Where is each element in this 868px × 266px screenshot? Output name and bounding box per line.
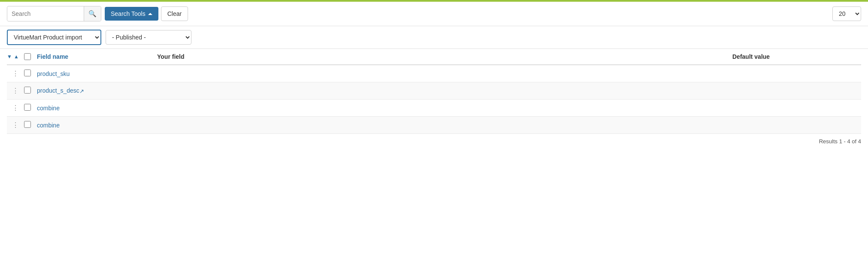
filter-row: VirtueMart Product import - Published - …: [0, 26, 868, 49]
field-name-link-1[interactable]: product_sku: [37, 70, 70, 77]
cursor-icon: ↗: [79, 88, 84, 94]
sort-icons: ▼ ▲: [7, 54, 24, 60]
row-checkbox-cell: [24, 87, 37, 95]
field-name-link-2[interactable]: product_s_desc↗: [37, 87, 84, 94]
row-checkbox-cell: [24, 121, 37, 129]
col-your-field: Your field: [157, 53, 732, 60]
col-default-value: Default value: [732, 53, 861, 60]
search-tools-button[interactable]: Search Tools: [105, 7, 158, 21]
field-name-cell: product_s_desc↗: [37, 87, 157, 94]
table-row: ⋮ combine: [7, 100, 861, 117]
row-checkbox-cell: [24, 104, 37, 112]
header-checkbox-cell: [24, 53, 37, 60]
table-container: ▼ ▲ Field name Your field Default value …: [0, 49, 868, 134]
drag-handle-icon[interactable]: ⋮: [7, 121, 24, 129]
import-filter-select[interactable]: VirtueMart Product import: [7, 30, 101, 45]
field-name-cell: combine: [37, 105, 157, 112]
row-2-checkbox[interactable]: [24, 87, 31, 94]
search-tools-label: Search Tools: [111, 10, 146, 17]
col-field-name: Field name: [37, 53, 157, 60]
drag-handle-icon[interactable]: ⋮: [7, 104, 24, 112]
sort-up-icon[interactable]: ▲: [14, 54, 19, 60]
search-icon: 🔍: [88, 10, 97, 17]
arrow-up-icon: [148, 13, 152, 15]
field-name-link-3[interactable]: combine: [37, 105, 60, 112]
toolbar: 🔍 Search Tools Clear 5 10 15 20 25 30 50…: [0, 2, 868, 26]
results-text: Results 1 - 4 of 4: [819, 138, 861, 145]
row-1-checkbox[interactable]: [24, 70, 31, 76]
search-input[interactable]: [7, 7, 84, 21]
results-bar: Results 1 - 4 of 4: [0, 134, 868, 149]
table-header: ▼ ▲ Field name Your field Default value: [7, 49, 861, 65]
row-checkbox-cell: [24, 70, 37, 78]
field-name-link-4[interactable]: combine: [37, 122, 60, 129]
drag-handle-icon[interactable]: ⋮: [7, 87, 24, 95]
table-row: ⋮ product_s_desc↗: [7, 82, 861, 100]
search-wrapper: 🔍: [7, 6, 101, 21]
sort-down-icon[interactable]: ▼: [7, 54, 12, 60]
field-name-cell: product_sku: [37, 70, 157, 77]
field-name-cell: combine: [37, 122, 157, 129]
table-row: ⋮ combine: [7, 117, 861, 134]
search-icon-button[interactable]: 🔍: [84, 6, 101, 21]
published-filter-select[interactable]: - Published - Published Unpublished Arch…: [106, 30, 191, 45]
per-page-select[interactable]: 5 10 15 20 25 30 50 100 ALL: [832, 6, 861, 21]
row-4-checkbox[interactable]: [24, 121, 31, 128]
drag-handle-icon[interactable]: ⋮: [7, 70, 24, 78]
select-all-checkbox[interactable]: [24, 53, 31, 60]
clear-button[interactable]: Clear: [161, 6, 188, 21]
table-row: ⋮ product_sku: [7, 65, 861, 82]
row-3-checkbox[interactable]: [24, 104, 31, 111]
